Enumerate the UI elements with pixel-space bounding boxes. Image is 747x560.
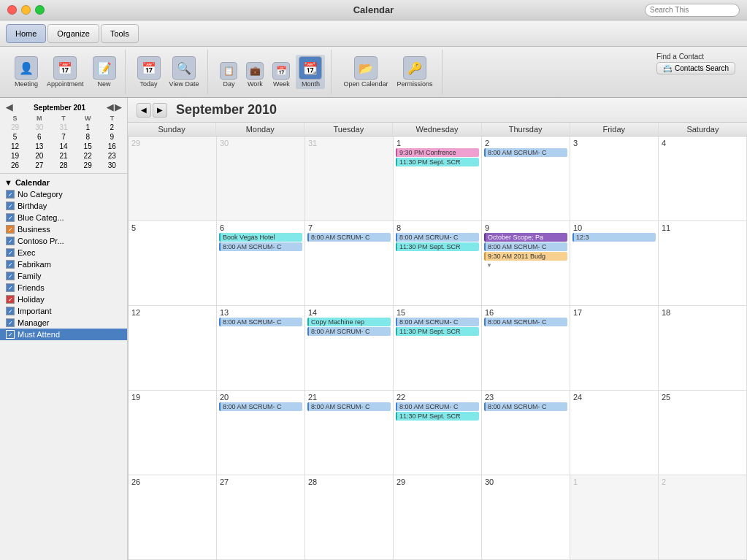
cal-cell[interactable]: 1012:3: [570, 221, 659, 306]
cal-checkbox-must-attend[interactable]: ✓: [6, 330, 15, 339]
cal-checkbox-no-category[interactable]: ✓: [6, 190, 15, 199]
cal-checkbox-friends[interactable]: ✓: [6, 283, 15, 292]
calendar-event[interactable]: 12:3: [572, 233, 656, 242]
calendar-event[interactable]: 9:30 PM Confrence: [396, 148, 479, 157]
ribbon-open-calendar[interactable]: 📂 Open Calendar: [340, 55, 391, 89]
contacts-search-button[interactable]: 📇 Contacts Search: [656, 62, 735, 74]
minimize-button[interactable]: [21, 5, 31, 15]
cal-checkbox-blue-categ[interactable]: ✓: [6, 213, 15, 222]
ribbon-week[interactable]: 📅 Week: [269, 61, 293, 89]
cal-item-family[interactable]: ✓ Family: [0, 270, 127, 282]
mini-date[interactable]: 9: [100, 132, 124, 142]
cal-cell[interactable]: 3: [570, 137, 659, 221]
calendar-event[interactable]: 8:00 AM SCRUM- C: [396, 402, 479, 411]
calendar-event[interactable]: ▼: [484, 261, 567, 269]
cal-item-birthday[interactable]: ✓ Birthday: [0, 200, 127, 212]
ribbon-new[interactable]: 📝 New: [90, 55, 119, 89]
mini-date[interactable]: 15: [76, 142, 100, 151]
calendar-event[interactable]: 11:30 PM Sept. SCR: [396, 242, 479, 251]
cal-cell[interactable]: 78:00 AM SCRUM- C: [305, 221, 394, 306]
calendar-event[interactable]: 11:30 PM Sept. SCR: [396, 327, 479, 336]
cal-item-blue-categ[interactable]: ✓ Blue Categ...: [0, 212, 127, 223]
cal-cell[interactable]: 17: [570, 306, 659, 391]
cal-cell[interactable]: 1: [570, 475, 659, 560]
mini-date[interactable]: 26: [3, 161, 27, 170]
cal-item-friends[interactable]: ✓ Friends: [0, 282, 127, 294]
cal-item-exec[interactable]: ✓ Exec: [0, 247, 127, 258]
cal-item-must-attend[interactable]: ✓ Must Attend: [0, 329, 127, 340]
cal-cell[interactable]: 138:00 AM SCRUM- C: [217, 306, 305, 391]
cal-cell[interactable]: 19: [129, 391, 217, 475]
mini-date[interactable]: 23: [100, 151, 124, 161]
tab-organize[interactable]: Organize: [47, 24, 99, 43]
calendar-event[interactable]: 8:00 AM SCRUM- C: [484, 402, 567, 411]
ribbon-month[interactable]: 📆 Month: [296, 55, 325, 89]
cal-cell[interactable]: 26: [129, 475, 217, 560]
mini-date[interactable]: 29: [3, 123, 27, 132]
mini-date[interactable]: 5: [3, 132, 27, 142]
cal-cell[interactable]: 18: [659, 306, 747, 391]
calendar-event[interactable]: October Scope; Pa: [484, 233, 567, 242]
cal-cell[interactable]: 29: [129, 137, 217, 221]
cal-cell[interactable]: 27: [217, 475, 305, 560]
calendar-event[interactable]: 8:00 AM SCRUM- C: [307, 402, 391, 411]
calendar-event[interactable]: 8:00 AM SCRUM- C: [307, 233, 391, 242]
calendar-event[interactable]: 8:00 AM SCRUM- C: [219, 242, 302, 251]
cal-nav-next[interactable]: ▶: [153, 103, 167, 118]
mini-date[interactable]: 16: [100, 142, 124, 151]
calendar-event[interactable]: Copy Machine rep: [307, 318, 391, 326]
ribbon-work[interactable]: 💼 Work: [243, 61, 267, 89]
mini-cal-prev[interactable]: ◀: [6, 102, 12, 112]
cal-cell[interactable]: 25: [659, 391, 747, 475]
cal-cell[interactable]: 6Book Vegas Hotel8:00 AM SCRUM- C: [217, 221, 305, 306]
mini-date[interactable]: 22: [76, 151, 100, 161]
mini-date[interactable]: 30: [27, 123, 51, 132]
mini-date[interactable]: 14: [51, 142, 75, 151]
cal-cell[interactable]: 158:00 AM SCRUM- C11:30 PM Sept. SCR: [394, 306, 482, 391]
cal-checkbox-manager[interactable]: ✓: [6, 318, 15, 327]
mini-cal-prev2[interactable]: ◀: [107, 102, 113, 112]
cal-item-holiday[interactable]: ✓ Holiday: [0, 294, 127, 305]
cal-cell[interactable]: 31: [305, 137, 394, 221]
cal-cell[interactable]: 28:00 AM SCRUM- C: [482, 137, 570, 221]
mini-date[interactable]: 28: [51, 161, 75, 170]
cal-cell[interactable]: 2: [659, 475, 747, 560]
mini-date[interactable]: 30: [100, 161, 124, 170]
cal-checkbox-contoso[interactable]: ✓: [6, 237, 15, 245]
mini-date[interactable]: 19: [3, 151, 27, 161]
calendar-event[interactable]: 11:30 PM Sept. SCR: [396, 158, 479, 166]
cal-checkbox-important[interactable]: ✓: [6, 307, 15, 315]
mini-date[interactable]: 13: [27, 142, 51, 151]
cal-item-contoso[interactable]: ✓ Contoso Pr...: [0, 235, 127, 247]
cal-cell[interactable]: 228:00 AM SCRUM- C11:30 PM Sept. SCR: [394, 391, 482, 475]
cal-cell[interactable]: 30: [482, 475, 570, 560]
tab-home[interactable]: Home: [6, 24, 46, 43]
search-input[interactable]: [645, 4, 740, 17]
cal-item-no-category[interactable]: ✓ No Category: [0, 188, 127, 200]
cal-cell[interactable]: 19:30 PM Confrence11:30 PM Sept. SCR: [394, 137, 482, 221]
calendar-event[interactable]: 8:00 AM SCRUM- C: [307, 327, 391, 336]
mini-date[interactable]: 27: [27, 161, 51, 170]
cal-item-manager[interactable]: ✓ Manager: [0, 317, 127, 329]
cal-checkbox-family[interactable]: ✓: [6, 272, 15, 280]
mini-date[interactable]: 7: [51, 132, 75, 142]
mini-date[interactable]: 1: [76, 123, 100, 132]
cal-nav-prev[interactable]: ◀: [137, 103, 151, 118]
mini-date[interactable]: 8: [76, 132, 100, 142]
cal-checkbox-exec[interactable]: ✓: [6, 248, 15, 257]
tab-tools[interactable]: Tools: [101, 24, 139, 43]
ribbon-view-date[interactable]: 🔍 View Date: [166, 55, 202, 89]
cal-cell[interactable]: 14Copy Machine rep8:00 AM SCRUM- C: [305, 306, 394, 391]
calendar-event[interactable]: 8:00 AM SCRUM- C: [396, 318, 479, 326]
mini-date[interactable]: 20: [27, 151, 51, 161]
cal-cell[interactable]: 12: [129, 306, 217, 391]
calendar-event[interactable]: 8:00 AM SCRUM- C: [484, 318, 567, 326]
mini-date[interactable]: 2: [100, 123, 124, 132]
cal-checkbox-birthday[interactable]: ✓: [6, 202, 15, 210]
cal-cell[interactable]: 28: [305, 475, 394, 560]
cal-cell[interactable]: 29: [394, 475, 482, 560]
cal-cell[interactable]: 11: [659, 221, 747, 306]
cal-cell[interactable]: 30: [217, 137, 305, 221]
ribbon-permissions[interactable]: 🔑 Permissions: [394, 55, 435, 89]
maximize-button[interactable]: [35, 5, 45, 15]
